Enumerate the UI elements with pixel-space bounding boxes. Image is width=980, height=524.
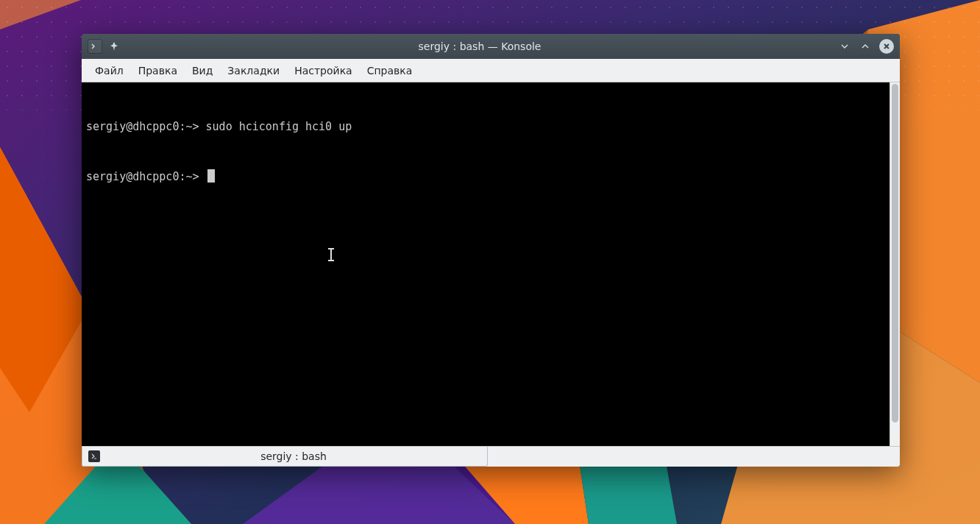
- terminal-wrap: sergiy@dhcppc0:~> sudo hciconfig hci0 up…: [82, 82, 900, 446]
- close-button[interactable]: [879, 39, 894, 54]
- titlebar-right: [838, 39, 894, 54]
- window-title: sergiy : bash — Konsole: [121, 40, 838, 52]
- terminal-line: sergiy@dhcppc0:~> sudo hciconfig hci0 up: [86, 118, 885, 135]
- desktop: sergiy : bash — Konsole Файл Правка Вид …: [0, 0, 980, 524]
- menu-file[interactable]: Файл: [88, 62, 131, 79]
- text-cursor-icon: [330, 248, 332, 261]
- terminal-app-icon[interactable]: [88, 39, 102, 54]
- tabbar: sergiy : bash: [82, 446, 900, 467]
- titlebar[interactable]: sergiy : bash — Konsole: [82, 34, 900, 59]
- pin-icon[interactable]: [107, 39, 121, 54]
- menu-settings[interactable]: Настройка: [287, 62, 360, 79]
- menu-view[interactable]: Вид: [185, 62, 220, 79]
- scrollbar-thumb[interactable]: [892, 84, 898, 422]
- prompt: sergiy@dhcppc0:~>: [86, 120, 206, 133]
- menu-help[interactable]: Справка: [360, 62, 420, 79]
- terminal-line: sergiy@dhcppc0:~>: [86, 169, 885, 185]
- titlebar-left: [88, 39, 121, 54]
- minimize-button[interactable]: [838, 40, 851, 53]
- terminal[interactable]: sergiy@dhcppc0:~> sudo hciconfig hci0 up…: [82, 82, 890, 446]
- command-text: sudo hciconfig hci0 up: [206, 120, 352, 133]
- window-body: sergiy@dhcppc0:~> sudo hciconfig hci0 up…: [82, 82, 900, 467]
- menubar: Файл Правка Вид Закладки Настройка Справ…: [82, 59, 900, 82]
- menu-edit[interactable]: Правка: [131, 62, 185, 79]
- konsole-window: sergiy : bash — Konsole Файл Правка Вид …: [82, 34, 900, 467]
- vertical-scrollbar[interactable]: [890, 82, 900, 446]
- menu-bookmarks[interactable]: Закладки: [220, 62, 287, 79]
- terminal-icon: [88, 450, 100, 462]
- maximize-button[interactable]: [859, 40, 872, 53]
- prompt: sergiy@dhcppc0:~>: [86, 170, 206, 183]
- cursor-icon: [207, 169, 215, 183]
- tab-label: sergiy : bash: [106, 450, 481, 462]
- tab-session[interactable]: sergiy : bash: [82, 446, 488, 467]
